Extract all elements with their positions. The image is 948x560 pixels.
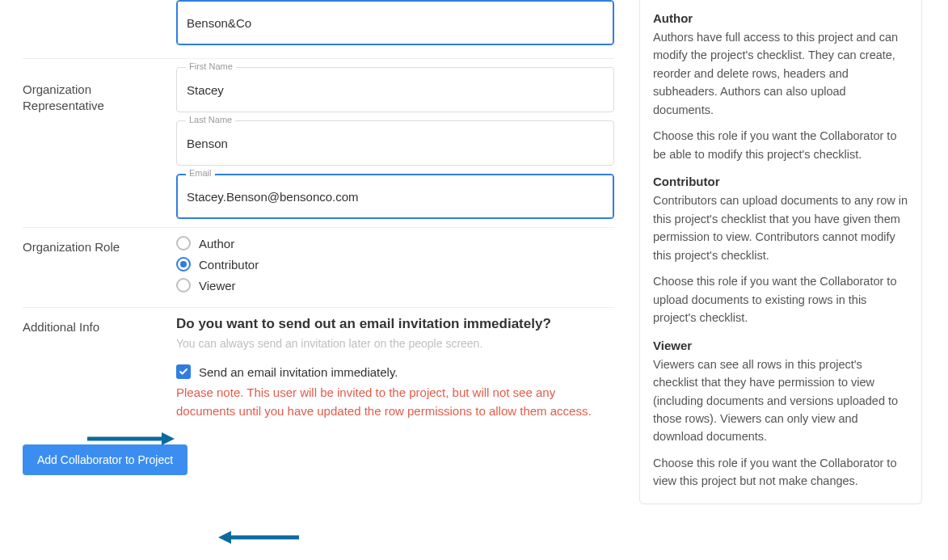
checkbox-checked-icon [176,364,191,379]
radio-icon [176,278,191,293]
help-viewer-title: Viewer [653,339,908,352]
help-author-hint: Choose this role if you want the Collabo… [653,127,908,163]
invite-warning-text: Please note. This user will be invited t… [176,384,614,420]
first-name-input[interactable] [176,67,614,112]
help-author-title: Author [653,11,908,25]
help-contributor-hint: Choose this role if you want the Collabo… [653,272,908,326]
svg-marker-3 [218,531,231,544]
organization-name-input[interactable] [176,0,614,45]
send-invite-checkbox-label: Send an email invitation immediately. [199,365,398,379]
help-contributor-body: Contributors can upload documents to any… [653,192,908,264]
add-collaborator-button[interactable]: Add Collaborator to Project [23,444,187,475]
organization-role-label: Organization Role [23,236,176,299]
additional-info-label: Additional Info [23,316,176,420]
last-name-float-label: Last Name [186,115,235,124]
role-option-label: Contributor [199,258,259,272]
email-input[interactable] [176,174,614,219]
help-viewer-hint: Choose this role if you want the Collabo… [653,454,908,491]
first-name-float-label: First Name [186,61,236,71]
send-invite-checkbox-row[interactable]: Send an email invitation immediately. [176,364,614,379]
role-option-label: Viewer [199,279,236,293]
submit-row: Add Collaborator to Project [23,428,614,475]
organization-role-row: Organization Role Author Contributor Vie… [23,228,614,307]
org-name-row [23,0,614,58]
help-contributor-title: Contributor [653,175,908,188]
representative-row: Organization Representative First Name L… [23,59,614,227]
annotation-arrow-icon [218,530,299,545]
radio-icon [176,257,191,272]
org-name-label-spacer [23,0,176,45]
role-option-contributor[interactable]: Contributor [176,257,614,272]
last-name-input[interactable] [176,120,614,166]
collaborator-form: Organization Representative First Name L… [23,0,614,475]
role-option-author[interactable]: Author [176,236,614,251]
help-viewer-body: Viewers can see all rows in this project… [653,356,908,446]
role-option-viewer[interactable]: Viewer [176,278,614,293]
invite-heading: Do you want to send out an email invitat… [176,316,614,332]
help-author-body: Authors have full access to this project… [653,28,908,119]
representative-label: Organization Representative [23,67,176,219]
additional-info-row: Additional Info Do you want to send out … [23,308,614,428]
role-option-label: Author [199,237,234,251]
email-float-label: Email [186,168,215,178]
role-help-panel: Author Authors have full access to this … [639,0,922,504]
radio-icon [176,236,191,251]
invite-subtext: You can always send an invitation later … [176,337,614,350]
